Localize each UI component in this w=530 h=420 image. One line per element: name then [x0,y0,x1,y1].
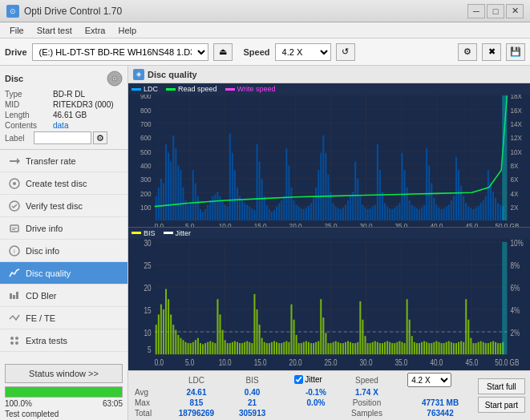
disc-label-input[interactable] [34,131,91,144]
sidebar-item-cd-bler[interactable]: CD Bler [0,285,127,307]
svg-rect-362 [426,341,427,353]
avg-bis: 0.40 [228,387,277,398]
svg-rect-307 [290,304,292,353]
svg-text:10: 10 [144,329,152,337]
disc-info-icon: i [8,244,21,257]
svg-text:200: 200 [140,189,152,197]
close-button[interactable]: ✕ [506,4,524,18]
svg-text:5.0: 5.0 [185,358,194,367]
svg-rect-159 [374,204,376,220]
jitter-checkbox[interactable] [294,375,303,384]
svg-rect-288 [244,341,245,353]
sidebar: Disc Type BD-R DL MID RITEKDR3 (000) Le [0,66,128,420]
menu-start-test[interactable]: Start test [30,24,79,37]
svg-rect-164 [386,207,388,220]
status-window-button[interactable]: Status window >> [5,364,123,383]
title-bar-left: ⊙ Opti Drive Control 1.70 [6,5,122,18]
charts-container: LDC Read speed Write speed [128,83,530,370]
svg-text:30.0: 30.0 [360,221,373,226]
svg-rect-162 [382,192,383,220]
speed-unit-select[interactable]: 4.2 X [407,373,451,387]
svg-rect-262 [180,337,181,353]
svg-rect-137 [320,153,322,220]
svg-rect-180 [426,148,427,220]
svg-text:16X: 16X [510,107,522,115]
sidebar-item-drive-info[interactable]: Drive info [0,217,127,240]
svg-text:25.0: 25.0 [325,221,338,226]
svg-rect-190 [451,200,452,220]
minimize-button[interactable]: ─ [467,4,485,18]
menu-help[interactable]: Help [111,24,143,37]
svg-rect-343 [379,343,381,354]
svg-rect-184 [435,204,437,220]
sidebar-item-transfer-rate[interactable]: Transfer rate [0,150,127,172]
eject-button[interactable]: ⏏ [213,43,233,61]
svg-rect-173 [409,200,411,220]
svg-text:40.0: 40.0 [430,358,443,367]
sidebar-item-extra-tests[interactable]: Extra tests [0,329,127,352]
menu-extra[interactable]: Extra [79,24,112,37]
svg-rect-389 [492,341,494,354]
menu-file[interactable]: File [3,24,30,37]
svg-rect-93 [212,196,213,220]
svg-rect-109 [251,208,253,220]
svg-rect-101 [232,153,233,220]
sidebar-item-verify-test-disc[interactable]: Verify test disc [0,195,127,217]
svg-rect-369 [443,343,445,354]
disc-label-button[interactable]: ⚙ [93,131,107,144]
svg-rect-371 [448,341,450,354]
svg-rect-170 [401,153,403,220]
sidebar-item-disc-info[interactable]: i Disc info [0,240,127,262]
svg-rect-9 [12,228,17,228]
refresh-button[interactable]: ↺ [336,43,355,61]
svg-rect-316 [313,343,314,354]
svg-rect-160 [377,144,378,220]
disc-quality-icon [8,267,21,280]
svg-rect-338 [367,343,369,354]
svg-rect-171 [404,170,406,220]
svg-rect-71 [158,188,160,220]
max-label: Max [133,398,165,408]
start-full-button[interactable]: Start full [478,378,525,394]
svg-rect-148 [347,200,349,220]
svg-rect-117 [271,212,273,220]
svg-text:5: 5 [148,345,152,353]
maximize-button[interactable]: □ [487,4,504,18]
start-part-button[interactable]: Start part [478,397,525,413]
svg-rect-280 [225,340,226,354]
svg-rect-366 [435,341,437,354]
sidebar-item-disc-quality[interactable]: Disc quality [0,262,127,285]
svg-rect-331 [350,341,351,353]
nav-label-drive-info: Drive info [26,224,63,233]
sidebar-item-fe-te[interactable]: FE / TE [0,307,127,329]
svg-text:45.0: 45.0 [465,221,478,226]
svg-rect-349 [394,343,395,354]
sidebar-item-create-test-disc[interactable]: Create test disc [0,172,127,195]
svg-rect-138 [322,135,324,220]
drive-label: Drive [5,47,27,57]
svg-rect-174 [411,204,413,220]
total-ldc: 18796269 [165,408,228,418]
svg-rect-344 [382,343,383,354]
svg-rect-129 [301,208,302,220]
nav-label-extra-tests: Extra tests [26,336,67,345]
lower-chart-svg: 30 25 20 15 10 5 10% 8% 6% 4% 2% 0.0 [128,228,530,371]
svg-rect-91 [207,204,208,220]
svg-rect-319 [320,299,322,354]
svg-rect-95 [216,192,218,220]
speed-select[interactable]: 4.2 X [275,43,331,61]
svg-rect-115 [266,204,268,220]
svg-rect-309 [296,334,297,353]
settings-button[interactable]: ⚙ [458,43,477,61]
svg-rect-185 [438,208,439,220]
toolbar: Drive (E:) HL-DT-ST BD-RE WH16NS48 1.D3 … [0,38,530,66]
svg-rect-13 [10,293,12,299]
erase-button[interactable]: ✖ [482,43,501,61]
svg-rect-167 [394,208,395,220]
save-button[interactable]: 💾 [506,43,525,61]
length-label: Length [5,111,53,119]
svg-marker-4 [17,158,20,164]
svg-rect-253 [158,314,160,354]
drive-select[interactable]: (E:) HL-DT-ST BD-RE WH16NS48 1.D3 [32,43,208,61]
svg-rect-379 [467,319,469,353]
